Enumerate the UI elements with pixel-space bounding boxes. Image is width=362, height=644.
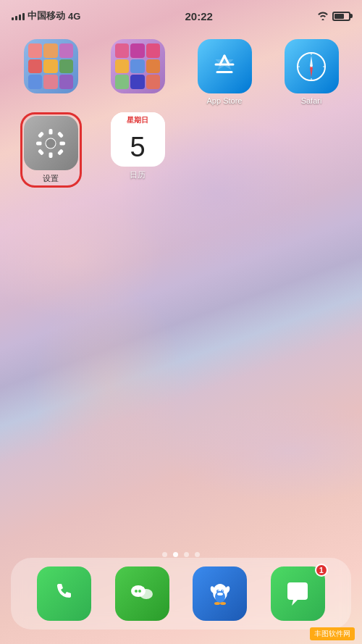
status-right bbox=[317, 12, 350, 21]
svg-point-22 bbox=[138, 590, 141, 593]
calendar-weekday: 星期日 bbox=[111, 112, 165, 127]
qq-symbol bbox=[204, 578, 236, 610]
svg-rect-16 bbox=[57, 149, 64, 155]
svg-point-21 bbox=[135, 590, 138, 593]
folder1-icon[interactable] bbox=[24, 39, 78, 93]
qq-icon[interactable] bbox=[193, 566, 247, 621]
dock: 1 bbox=[11, 558, 351, 630]
svg-point-20 bbox=[140, 589, 153, 599]
signal-icon bbox=[12, 12, 25, 20]
page-dot-2[interactable] bbox=[173, 552, 178, 557]
carrier-label: 中国移动 bbox=[28, 9, 65, 22]
time-display: 20:22 bbox=[185, 10, 212, 22]
status-left: 中国移动 4G bbox=[12, 9, 80, 22]
calendar-app[interactable]: 星期日 5 日历 bbox=[111, 112, 165, 188]
svg-point-27 bbox=[217, 590, 219, 591]
watermark: 丰图软件网 bbox=[310, 627, 355, 640]
calendar-icon[interactable]: 星期日 5 bbox=[111, 112, 165, 167]
qq-app[interactable] bbox=[193, 566, 247, 621]
appstore-icon[interactable] bbox=[198, 39, 252, 93]
svg-rect-12 bbox=[59, 141, 65, 145]
phone-icon[interactable] bbox=[37, 566, 91, 621]
appstore-app[interactable]: App Store bbox=[198, 39, 252, 105]
app-grid-row1: App Store Safari bbox=[0, 32, 362, 105]
appstore-logo bbox=[206, 49, 243, 85]
svg-rect-9 bbox=[49, 129, 53, 135]
phone-app[interactable] bbox=[37, 566, 91, 621]
folder1-app[interactable] bbox=[24, 39, 78, 105]
messages-app[interactable]: 1 bbox=[271, 566, 325, 621]
svg-point-28 bbox=[222, 590, 223, 591]
wifi-icon bbox=[317, 12, 329, 20]
settings-icon[interactable] bbox=[24, 116, 78, 170]
safari-icon[interactable] bbox=[285, 39, 339, 93]
messages-badge: 1 bbox=[315, 564, 328, 577]
wechat-app[interactable] bbox=[115, 566, 169, 621]
svg-marker-2 bbox=[310, 56, 313, 67]
network-label: 4G bbox=[68, 11, 80, 22]
calendar-label: 日历 bbox=[130, 170, 146, 180]
svg-rect-15 bbox=[38, 149, 44, 155]
page-dot-1[interactable] bbox=[162, 552, 167, 557]
page-dots bbox=[0, 552, 362, 557]
status-bar: 中国移动 4G 20:22 bbox=[0, 0, 362, 32]
messages-symbol bbox=[282, 578, 313, 610]
gear-icon bbox=[33, 125, 69, 162]
page-dot-4[interactable] bbox=[195, 552, 200, 557]
calendar-day: 5 bbox=[111, 127, 165, 167]
settings-app[interactable]: 设置 bbox=[20, 112, 82, 188]
safari-label: Safari bbox=[301, 96, 322, 105]
folder2-app[interactable] bbox=[111, 39, 165, 105]
svg-point-32 bbox=[214, 602, 220, 605]
appstore-label: App Store bbox=[207, 96, 243, 105]
svg-point-33 bbox=[220, 602, 226, 605]
svg-rect-10 bbox=[49, 152, 53, 158]
page-dot-3[interactable] bbox=[184, 552, 189, 557]
svg-point-18 bbox=[46, 138, 56, 148]
battery-icon bbox=[332, 12, 350, 21]
phone-symbol bbox=[50, 580, 79, 609]
safari-app[interactable]: Safari bbox=[285, 39, 339, 105]
svg-marker-3 bbox=[310, 67, 313, 78]
folder2-icon[interactable] bbox=[111, 39, 165, 93]
svg-rect-13 bbox=[38, 131, 44, 138]
safari-logo bbox=[293, 49, 329, 85]
svg-point-29 bbox=[217, 593, 223, 595]
settings-label: 设置 bbox=[43, 173, 59, 184]
wechat-symbol bbox=[126, 578, 158, 610]
svg-rect-11 bbox=[36, 141, 42, 145]
svg-rect-14 bbox=[57, 131, 64, 138]
wechat-icon[interactable] bbox=[115, 566, 169, 621]
